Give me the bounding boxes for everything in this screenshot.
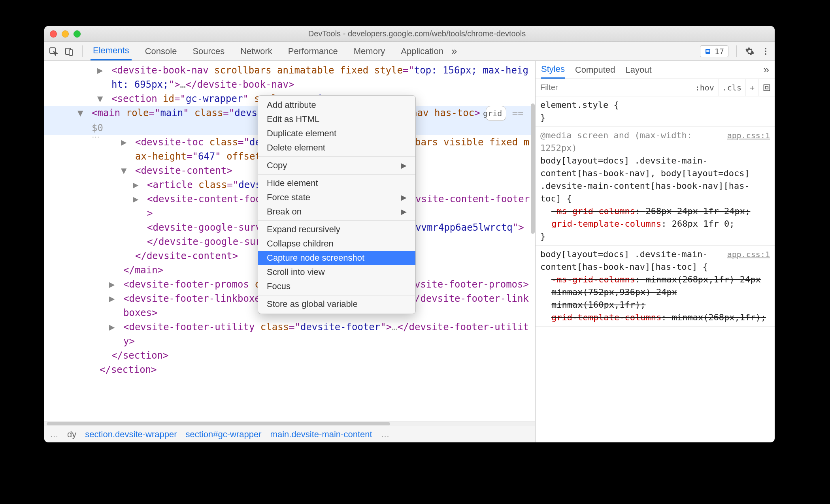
context-menu-item[interactable]: Store as global variable bbox=[258, 297, 415, 311]
source-link[interactable]: app.css:1 bbox=[727, 248, 770, 261]
breadcrumb-item[interactable]: section.devsite-wrapper bbox=[85, 429, 177, 440]
styles-tab-computed[interactable]: Computed bbox=[575, 61, 615, 79]
elements-hscrollbar[interactable] bbox=[44, 421, 535, 426]
hov-toggle[interactable]: :hov bbox=[691, 79, 718, 96]
style-rule[interactable]: app.css:1body[layout=docs] .devsite-main… bbox=[536, 246, 775, 327]
context-menu-item[interactable]: Collapse children bbox=[258, 237, 415, 251]
styles-tab-layout[interactable]: Layout bbox=[625, 61, 651, 79]
context-menu-item[interactable]: Expand recursively bbox=[258, 222, 415, 237]
tab-memory[interactable]: Memory bbox=[351, 42, 387, 60]
dom-row[interactable]: </section> bbox=[76, 363, 531, 377]
titlebar: DevTools - developers.google.com/web/too… bbox=[44, 26, 775, 42]
elements-scrollbar[interactable] bbox=[530, 80, 535, 238]
tabs-overflow-icon[interactable]: » bbox=[451, 45, 457, 57]
breadcrumb-overflow[interactable]: … bbox=[381, 429, 390, 440]
inspect-icon[interactable] bbox=[48, 46, 58, 56]
toolbar-divider bbox=[82, 45, 83, 57]
tab-performance[interactable]: Performance bbox=[286, 42, 340, 60]
computed-box-icon[interactable] bbox=[758, 79, 775, 96]
context-menu-item[interactable]: Hide element bbox=[258, 176, 415, 190]
context-menu-separator bbox=[258, 295, 415, 295]
svg-rect-9 bbox=[764, 85, 770, 90]
style-rule[interactable]: element.style {} bbox=[536, 96, 775, 127]
elements-hscrollbar-thumb[interactable] bbox=[47, 422, 390, 425]
settings-icon[interactable] bbox=[745, 46, 755, 56]
context-menu-item[interactable]: Force state▶ bbox=[258, 190, 415, 205]
new-rule-button[interactable]: + bbox=[745, 79, 758, 96]
zoom-window-button[interactable] bbox=[74, 30, 81, 38]
tab-application[interactable]: Application bbox=[398, 42, 446, 60]
tab-console[interactable]: Console bbox=[143, 42, 179, 60]
context-menu-item[interactable]: Break on▶ bbox=[258, 205, 415, 219]
svg-rect-2 bbox=[69, 50, 73, 55]
traffic-lights bbox=[50, 30, 81, 38]
toolbar-divider bbox=[736, 45, 737, 57]
styles-panel: StylesComputedLayout» :hov .cls + elemen… bbox=[535, 61, 775, 442]
breadcrumb-overflow[interactable]: … bbox=[50, 429, 58, 440]
breadcrumb-item[interactable]: section#gc-wrapper bbox=[186, 429, 262, 440]
context-menu-item[interactable]: Duplicate element bbox=[258, 126, 415, 141]
context-menu-separator bbox=[258, 220, 415, 221]
svg-point-7 bbox=[765, 51, 766, 52]
cls-toggle[interactable]: .cls bbox=[718, 79, 745, 96]
context-menu: Add attributeEdit as HTMLDuplicate eleme… bbox=[258, 95, 416, 314]
context-menu-item[interactable]: Add attribute bbox=[258, 98, 415, 112]
svg-rect-4 bbox=[706, 50, 709, 51]
minimize-window-button[interactable] bbox=[62, 30, 69, 38]
dom-row[interactable]: </section> bbox=[76, 348, 531, 363]
context-menu-item[interactable]: Capture node screenshot bbox=[258, 251, 415, 265]
toolbar-right: 17 bbox=[700, 45, 771, 57]
main-toolbar: ElementsConsoleSourcesNetworkPerformance… bbox=[44, 42, 775, 61]
dom-row[interactable]: ▶<devsite-footer-utility class="devsite-… bbox=[76, 320, 531, 348]
breadcrumb: …dysection.devsite-wrappersection#gc-wra… bbox=[44, 426, 535, 442]
window-title: DevTools - developers.google.com/web/too… bbox=[89, 29, 769, 38]
source-link[interactable]: app.css:1 bbox=[727, 129, 770, 142]
more-icon[interactable] bbox=[760, 46, 771, 56]
context-menu-item[interactable]: Copy▶ bbox=[258, 158, 415, 173]
breadcrumb-item[interactable]: main.devsite-main-content bbox=[270, 429, 372, 440]
device-toggle-icon[interactable] bbox=[64, 46, 74, 56]
svg-point-8 bbox=[765, 53, 766, 55]
devtools-window: DevTools - developers.google.com/web/too… bbox=[44, 26, 775, 442]
context-menu-item[interactable]: Focus bbox=[258, 279, 415, 293]
styles-filterbar: :hov .cls + bbox=[536, 79, 775, 96]
context-menu-item[interactable]: Delete element bbox=[258, 141, 415, 155]
tab-sources[interactable]: Sources bbox=[190, 42, 227, 60]
styles-tabs-overflow-icon[interactable]: » bbox=[764, 64, 769, 76]
styles-filter-input[interactable] bbox=[536, 79, 691, 96]
svg-rect-10 bbox=[766, 86, 768, 89]
main-tabs: ElementsConsoleSourcesNetworkPerformance… bbox=[91, 42, 446, 60]
context-menu-item[interactable]: Edit as HTML bbox=[258, 112, 415, 126]
issues-count: 17 bbox=[715, 47, 724, 56]
svg-rect-5 bbox=[706, 51, 709, 52]
breadcrumb-item[interactable]: dy bbox=[67, 429, 76, 440]
elements-scrollbar-thumb[interactable] bbox=[531, 103, 535, 234]
tab-network[interactable]: Network bbox=[238, 42, 275, 60]
close-window-button[interactable] bbox=[50, 30, 57, 38]
styles-body[interactable]: element.style {}app.css:1@media screen a… bbox=[536, 96, 775, 442]
context-menu-separator bbox=[258, 174, 415, 175]
svg-point-6 bbox=[765, 48, 766, 49]
context-menu-separator bbox=[258, 156, 415, 157]
issues-icon bbox=[704, 48, 711, 55]
style-rule[interactable]: app.css:1@media screen and (max-width: 1… bbox=[536, 127, 775, 246]
styles-tab-styles[interactable]: Styles bbox=[541, 61, 565, 79]
styles-tabs: StylesComputedLayout» bbox=[536, 61, 775, 79]
context-menu-item[interactable]: Scroll into view bbox=[258, 265, 415, 279]
issues-badge[interactable]: 17 bbox=[700, 45, 728, 57]
dom-row[interactable]: ▶<devsite-book-nav scrollbars animatable… bbox=[76, 63, 531, 92]
tab-elements[interactable]: Elements bbox=[91, 42, 132, 60]
